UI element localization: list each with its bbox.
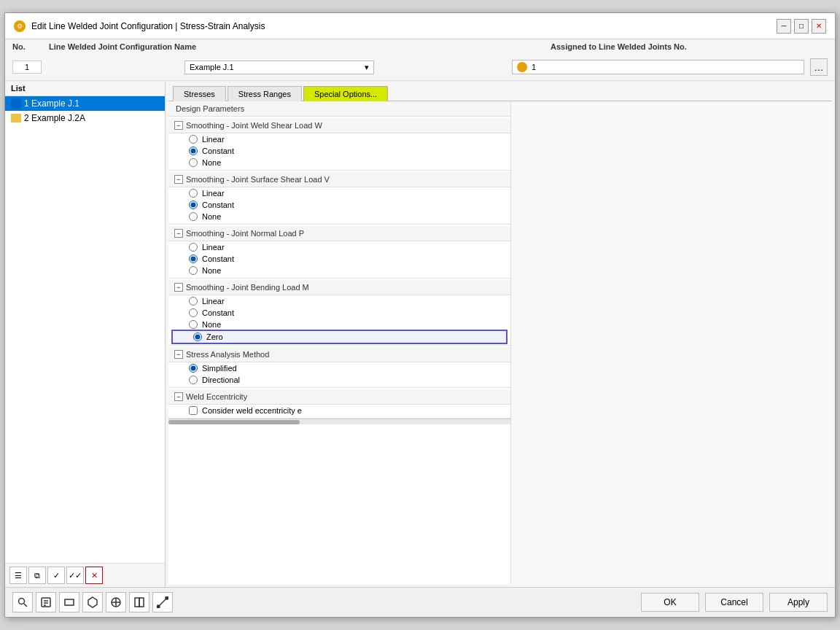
sidebar-item-1[interactable]: 1 Example J.1 xyxy=(5,96,165,111)
sidebar-item-label-2: 2 Example J.2A xyxy=(24,113,85,123)
radio-sw-none: None xyxy=(168,157,510,168)
sidebar-item-label-1: 1 Example J.1 xyxy=(24,98,79,109)
assigned-icon xyxy=(517,62,527,72)
radio-input-sw-linear[interactable] xyxy=(189,135,198,144)
collapse-btn-m[interactable]: − xyxy=(174,283,183,292)
title-bar: ⚙ Edit Line Welded Joint Configuration |… xyxy=(5,13,835,39)
ok-button[interactable]: OK xyxy=(641,593,699,612)
radio-input-sm-constant[interactable] xyxy=(189,308,198,317)
svg-rect-11 xyxy=(135,598,139,607)
section-header-p: − Smoothing - Joint Normal Load P xyxy=(168,226,510,241)
section-smoothing-p: − Smoothing - Joint Normal Load P Linear xyxy=(168,225,510,279)
checkbox-input-we-consider[interactable] xyxy=(189,406,198,415)
bottom-toolbar: OK Cancel Apply xyxy=(5,587,835,617)
section-options-p: Linear Constant None xyxy=(168,241,510,276)
radio-input-sm-none[interactable] xyxy=(189,320,198,329)
horizontal-scrollbar[interactable] xyxy=(168,419,510,424)
radio-input-sam-directional[interactable] xyxy=(189,376,198,384)
cancel-button[interactable]: Cancel xyxy=(705,593,763,612)
search-tool-button[interactable] xyxy=(12,592,33,612)
surface-tool-button[interactable] xyxy=(129,592,149,612)
section-header-m: − Smoothing - Joint Bending Load M xyxy=(168,280,510,295)
no-column-header: No. xyxy=(12,42,49,51)
radio-input-sam-simplified[interactable] xyxy=(189,364,198,373)
sidebar-toolbar: ☰ ⧉ ✓ ✓✓ ✕ xyxy=(5,563,165,587)
svg-marker-7 xyxy=(88,597,97,607)
radio-input-sv-linear[interactable] xyxy=(189,189,198,198)
collapse-btn-w[interactable]: − xyxy=(174,121,183,130)
collapse-btn-v[interactable]: − xyxy=(174,175,183,184)
radio-input-sv-none[interactable] xyxy=(189,212,198,221)
config-no-value: 1 xyxy=(12,61,42,74)
delete-button[interactable]: ✕ xyxy=(85,567,103,584)
radio-sp-linear: Linear xyxy=(168,241,510,253)
config-row: 1 Example J.1 ▾ 1 … xyxy=(5,54,835,81)
radio-sv-none: None xyxy=(168,211,510,222)
scrollbar-thumb[interactable] xyxy=(168,420,300,424)
svg-point-15 xyxy=(166,596,168,599)
copy-button[interactable]: ⧉ xyxy=(28,567,46,584)
node-icon xyxy=(87,596,98,608)
new-list-button[interactable]: ☰ xyxy=(9,567,27,584)
tab-special-options[interactable]: Special Options... xyxy=(303,86,388,101)
radio-input-sw-none[interactable] xyxy=(189,158,198,167)
collapse-btn-p[interactable]: − xyxy=(174,229,183,238)
maximize-button[interactable]: □ xyxy=(794,19,809,34)
right-empty-panel xyxy=(511,101,832,584)
section-options-v: Linear Constant None xyxy=(168,187,510,222)
joint-icon xyxy=(110,596,122,608)
close-button[interactable]: ✕ xyxy=(812,19,826,34)
section-weld-eccentricity: − Weld Eccentricity Consider weld eccent… xyxy=(168,388,510,419)
name-combo[interactable]: Example J.1 ▾ xyxy=(184,61,374,74)
apply-button[interactable]: Apply xyxy=(769,593,828,612)
radio-sm-zero: Zero xyxy=(173,331,506,343)
list-icon-1 xyxy=(11,98,21,109)
tab-stresses[interactable]: Stresses xyxy=(173,86,226,101)
radio-sv-linear: Linear xyxy=(168,187,510,199)
folder-icon-2 xyxy=(11,114,21,122)
radio-input-sp-linear[interactable] xyxy=(189,243,198,252)
radio-input-sm-zero[interactable] xyxy=(193,332,202,341)
header-bar: No. Line Welded Joint Configuration Name… xyxy=(5,39,835,54)
check2-button[interactable]: ✓✓ xyxy=(66,567,84,584)
section-header-we: − Weld Eccentricity xyxy=(168,389,510,405)
tab-stress-ranges[interactable]: Stress Ranges xyxy=(228,86,302,101)
surface-icon xyxy=(133,596,145,608)
section-options-we: Consider weld eccentricity e xyxy=(168,405,510,416)
radio-sp-constant: Constant xyxy=(168,253,510,265)
calc-tool-button[interactable] xyxy=(36,592,56,612)
tabs-bar: Stresses Stress Ranges Special Options..… xyxy=(166,81,835,101)
sidebar: List 1 Example J.1 2 Example J.2A ☰ ⧉ ✓ … xyxy=(5,81,166,587)
radio-input-sp-constant[interactable] xyxy=(189,254,198,263)
radio-input-sm-linear[interactable] xyxy=(189,297,198,306)
radio-sw-linear: Linear xyxy=(168,133,510,145)
radio-input-sw-constant[interactable] xyxy=(189,147,198,155)
dialog: ⚙ Edit Line Welded Joint Configuration |… xyxy=(4,12,836,618)
radio-sam-directional: Directional xyxy=(168,374,510,386)
collapse-btn-we[interactable]: − xyxy=(174,392,183,401)
assigned-edit-button[interactable]: … xyxy=(810,58,828,76)
member-tool-button[interactable] xyxy=(152,592,173,612)
radio-input-sp-none[interactable] xyxy=(189,266,198,275)
check-button[interactable]: ✓ xyxy=(47,567,65,584)
content-area: Design Parameters − Smoothing - Joint We… xyxy=(168,101,832,584)
sidebar-header: List xyxy=(5,81,165,96)
node-tool-button[interactable] xyxy=(82,592,103,612)
rect-tool-button[interactable] xyxy=(59,592,79,612)
radio-sm-none: None xyxy=(168,319,510,330)
radio-sm-linear: Linear xyxy=(168,295,510,307)
calc-icon xyxy=(40,596,52,608)
collapse-btn-sam[interactable]: − xyxy=(174,350,183,359)
section-smoothing-v: − Smoothing - Joint Surface Shear Load V… xyxy=(168,171,510,225)
main-content: List 1 Example J.1 2 Example J.2A ☰ ⧉ ✓ … xyxy=(5,81,835,587)
rect-icon xyxy=(63,596,75,608)
minimize-button[interactable]: ─ xyxy=(777,19,791,34)
svg-rect-6 xyxy=(65,599,74,605)
name-column-header: Line Welded Joint Configuration Name xyxy=(49,42,551,51)
section-options-sam: Simplified Directional xyxy=(168,362,510,386)
radio-sp-none: None xyxy=(168,265,510,276)
sidebar-item-2[interactable]: 2 Example J.2A xyxy=(5,111,165,125)
radio-input-sv-constant[interactable] xyxy=(189,201,198,209)
right-panel: Stresses Stress Ranges Special Options..… xyxy=(166,81,835,587)
joint-tool-button[interactable] xyxy=(106,592,126,612)
